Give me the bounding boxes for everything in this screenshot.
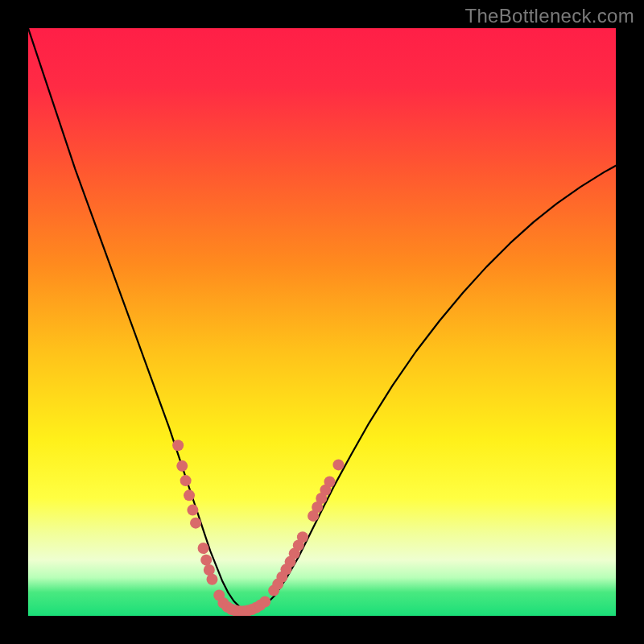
curve-marker <box>198 543 209 554</box>
curve-marker <box>190 518 201 529</box>
chart-frame: TheBottleneck.com <box>0 0 644 644</box>
curve-marker <box>172 440 184 451</box>
curve-marker <box>324 477 335 488</box>
curve-marker <box>187 505 198 516</box>
curve-marker <box>184 489 195 501</box>
curve-marker <box>332 459 344 470</box>
gradient-background <box>28 28 616 616</box>
watermark-text: TheBottleneck.com <box>464 5 634 27</box>
curve-marker <box>200 555 212 566</box>
curve-marker <box>180 475 192 486</box>
curve-marker <box>297 531 308 543</box>
curve-marker <box>206 574 217 585</box>
curve-marker <box>176 460 188 472</box>
bottleneck-plot <box>28 28 616 616</box>
curve-marker <box>259 596 270 607</box>
